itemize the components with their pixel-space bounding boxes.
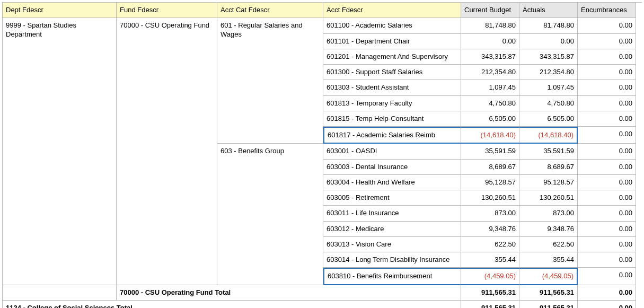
total-budget: 911,565.31 bbox=[461, 285, 519, 301]
dept-cell: 9999 - Spartan Studies Department bbox=[3, 18, 117, 285]
budget-cell: 0.00 bbox=[461, 34, 519, 49]
acct-cell: 601300 - Support Staff Salaries bbox=[323, 65, 461, 80]
encumbrances-cell: 0.00 bbox=[578, 65, 636, 80]
acct-cell: 601813 - Temporary Faculty bbox=[323, 96, 461, 111]
acct-cell: 603810 - Benefits Reimbursement bbox=[323, 268, 461, 285]
col-header: Actuals bbox=[519, 3, 578, 18]
actuals-cell: 95,128.57 bbox=[519, 175, 578, 190]
total-encumbrances: 0.00 bbox=[578, 301, 636, 308]
encumbrances-cell: 0.00 bbox=[578, 222, 636, 237]
acct-cell: 603003 - Dental Insurance bbox=[323, 160, 461, 175]
acct-cell: 601100 - Academic Salaries bbox=[323, 18, 461, 33]
actuals-cell: 81,748.80 bbox=[519, 18, 578, 33]
budget-cell: 1,097.45 bbox=[461, 80, 519, 95]
encumbrances-cell: 0.00 bbox=[578, 111, 636, 127]
actuals-cell: 35,591.59 bbox=[519, 144, 578, 159]
budget-cell: 9,348.76 bbox=[461, 222, 519, 237]
actuals-cell: 873.00 bbox=[519, 206, 578, 221]
total-spacer bbox=[3, 285, 117, 301]
encumbrances-cell: 0.00 bbox=[578, 160, 636, 175]
total-budget: 911,565.31 bbox=[461, 301, 519, 308]
encumbrances-cell: 0.00 bbox=[578, 144, 636, 159]
total-label: 1124 - College of Social Sciences Total bbox=[3, 301, 461, 308]
acct-cell: 603013 - Vision Care bbox=[323, 237, 461, 252]
total-label: 70000 - CSU Operating Fund Total bbox=[117, 285, 461, 301]
encumbrances-cell: 0.00 bbox=[578, 80, 636, 95]
acct-cell: 603014 - Long Term Disability Insurance bbox=[323, 252, 461, 268]
actuals-cell: (4,459.05) bbox=[519, 268, 578, 285]
encumbrances-cell: 0.00 bbox=[578, 190, 636, 206]
budget-cell: 343,315.87 bbox=[461, 49, 519, 65]
col-header: Acct Fdescr bbox=[323, 3, 461, 18]
total-encumbrances: 0.00 bbox=[578, 285, 636, 301]
acct-cell: 601817 - Academic Salaries Reimb bbox=[323, 127, 461, 144]
acct-cell: 601815 - Temp Help-Consultant bbox=[323, 111, 461, 127]
col-header: Dept Fdescr bbox=[3, 3, 117, 18]
total-actuals: 911,565.31 bbox=[519, 285, 578, 301]
acct-cat-cell: 601 - Regular Salaries and Wages bbox=[217, 18, 323, 144]
encumbrances-cell: 0.00 bbox=[578, 96, 636, 111]
actuals-cell: 0.00 bbox=[519, 34, 578, 49]
acct-cell: 603012 - Medicare bbox=[323, 222, 461, 237]
encumbrances-cell: 0.00 bbox=[578, 34, 636, 49]
budget-cell: 81,748.80 bbox=[461, 18, 519, 33]
actuals-cell: 9,348.76 bbox=[519, 222, 578, 237]
actuals-cell: 343,315.87 bbox=[519, 49, 578, 65]
actuals-cell: 622.50 bbox=[519, 237, 578, 252]
col-header: Current Budget bbox=[461, 3, 519, 18]
acct-cell: 601101 - Department Chair bbox=[323, 34, 461, 49]
actuals-cell: 1,097.45 bbox=[519, 80, 578, 95]
budget-cell: 35,591.59 bbox=[461, 144, 519, 159]
encumbrances-cell: 0.00 bbox=[578, 206, 636, 221]
col-header: Acct Cat Fdescr bbox=[217, 3, 323, 18]
pivot-grid: Dept FdescrFund FdescrAcct Cat FdescrAcc… bbox=[2, 2, 642, 308]
acct-cell: 603004 - Health And Welfare bbox=[323, 175, 461, 190]
actuals-cell: 8,689.67 bbox=[519, 160, 578, 175]
encumbrances-cell: 0.00 bbox=[578, 268, 636, 285]
encumbrances-cell: 0.00 bbox=[578, 252, 636, 268]
actuals-cell: 130,260.51 bbox=[519, 190, 578, 206]
encumbrances-cell: 0.00 bbox=[578, 175, 636, 190]
actuals-cell: (14,618.40) bbox=[519, 127, 578, 144]
actuals-cell: 355.44 bbox=[519, 252, 578, 268]
encumbrances-cell: 0.00 bbox=[578, 127, 636, 144]
actuals-cell: 4,750.80 bbox=[519, 96, 578, 111]
report-container: Dept FdescrFund FdescrAcct Cat FdescrAcc… bbox=[0, 0, 644, 308]
col-header: Encumbrances bbox=[578, 3, 636, 18]
budget-cell: 355.44 bbox=[461, 252, 519, 268]
actuals-cell: 6,505.00 bbox=[519, 111, 578, 127]
budget-cell: 6,505.00 bbox=[461, 111, 519, 127]
budget-cell: 130,260.51 bbox=[461, 190, 519, 206]
acct-cell: 603001 - OASDI bbox=[323, 144, 461, 159]
budget-cell: (14,618.40) bbox=[461, 127, 519, 144]
budget-cell: (4,459.05) bbox=[461, 268, 519, 285]
acct-cell: 601303 - Student Assistant bbox=[323, 80, 461, 95]
acct-cell: 601201 - Management And Supervisory bbox=[323, 49, 461, 65]
acct-cell: 603011 - Life Insurance bbox=[323, 206, 461, 221]
budget-cell: 622.50 bbox=[461, 237, 519, 252]
total-actuals: 911,565.31 bbox=[519, 301, 578, 308]
budget-cell: 4,750.80 bbox=[461, 96, 519, 111]
col-header: Fund Fdescr bbox=[117, 3, 217, 18]
encumbrances-cell: 0.00 bbox=[578, 18, 636, 33]
encumbrances-cell: 0.00 bbox=[578, 49, 636, 65]
acct-cat-cell: 603 - Benefits Group bbox=[217, 144, 323, 285]
budget-cell: 873.00 bbox=[461, 206, 519, 221]
budget-cell: 95,128.57 bbox=[461, 175, 519, 190]
encumbrances-cell: 0.00 bbox=[578, 237, 636, 252]
budget-cell: 212,354.80 bbox=[461, 65, 519, 80]
actuals-cell: 212,354.80 bbox=[519, 65, 578, 80]
acct-cell: 603005 - Retirement bbox=[323, 190, 461, 206]
budget-cell: 8,689.67 bbox=[461, 160, 519, 175]
fund-cell: 70000 - CSU Operating Fund bbox=[117, 18, 217, 285]
